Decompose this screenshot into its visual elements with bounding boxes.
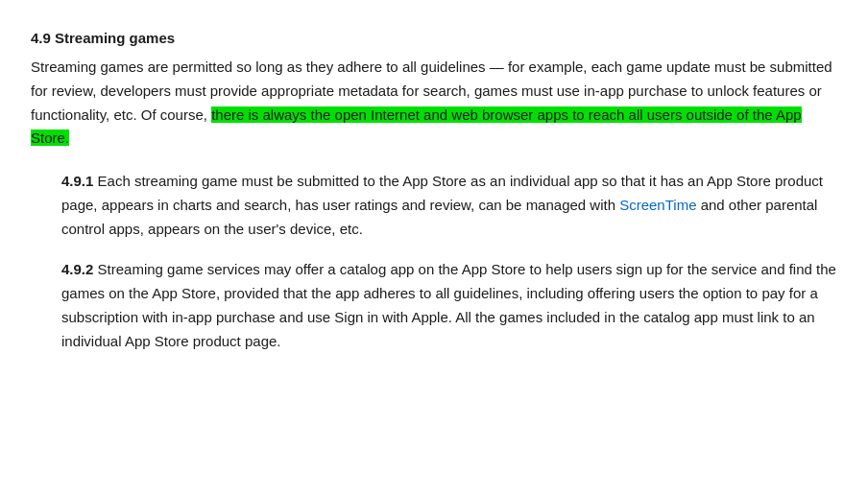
subsection-4-9-2-text: 4.9.2 Streaming game services may offer …: [61, 258, 837, 353]
section-intro: Streaming games are permitted so long as…: [31, 56, 837, 151]
subsection-4-9-1: 4.9.1 Each streaming game must be submit…: [31, 170, 837, 241]
subsection-4-9-1-text: 4.9.1 Each streaming game must be submit…: [61, 170, 837, 241]
section-container: 4.9 Streaming games Streaming games are …: [31, 27, 837, 353]
subsection-4-9-2-body: Streaming game services may offer a cata…: [61, 261, 836, 348]
subsection-4-9-1-label: 4.9.1: [61, 173, 93, 189]
subsection-4-9-2-label: 4.9.2: [61, 261, 93, 277]
section-heading: 4.9 Streaming games: [31, 27, 837, 50]
subsection-4-9-2: 4.9.2 Streaming game services may offer …: [31, 258, 837, 353]
screentime-link[interactable]: ScreenTime: [619, 197, 696, 213]
